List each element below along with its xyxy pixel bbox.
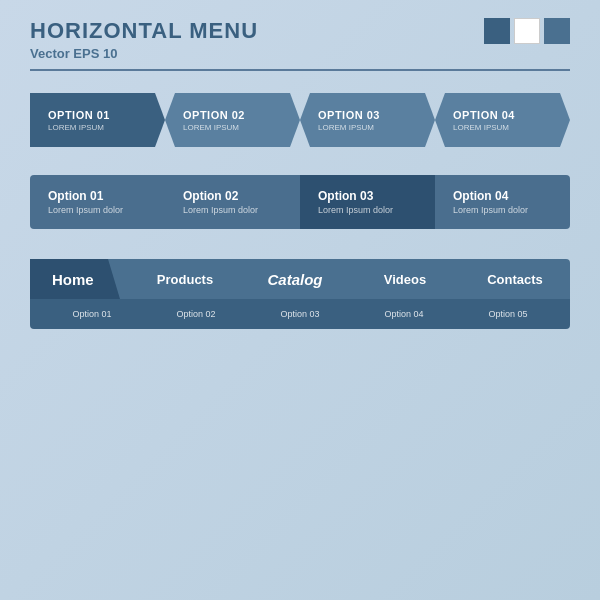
- swatch-dark: [484, 18, 510, 44]
- nav-home-label: Home: [52, 271, 94, 288]
- menu-bar-1: OPTION 01 LOREM IPSUM OPTION 02 LOREM IP…: [30, 93, 570, 147]
- menu2-item-1-sub: Lorem Ipsum dolor: [48, 205, 147, 215]
- nav-sub-5[interactable]: Option 05: [456, 309, 560, 319]
- nav-items: Products Catalog Videos Contacts: [120, 259, 570, 299]
- menu-section-3: Home Products Catalog Videos Contacts Op…: [30, 259, 570, 329]
- nav-item-products[interactable]: Products: [130, 272, 240, 287]
- menu2-item-4-label: Option 04: [453, 189, 552, 203]
- menu1-item-1-sub: LOREM IPSUM: [48, 123, 147, 132]
- menu1-item-2[interactable]: OPTION 02 LOREM IPSUM: [165, 93, 300, 147]
- header: HORIZONTAL MENU Vector EPS 10: [0, 0, 600, 69]
- swatch-white: [514, 18, 540, 44]
- nav-home-tab[interactable]: Home: [30, 259, 120, 299]
- nav-bottom: Option 01 Option 02 Option 03 Option 04 …: [30, 299, 570, 329]
- menu2-item-3[interactable]: Option 03 Lorem Ipsum dolor: [300, 175, 435, 229]
- header-title: HORIZONTAL MENU Vector EPS 10: [30, 18, 258, 61]
- menu1-item-4[interactable]: OPTION 04 LOREM IPSUM: [435, 93, 570, 147]
- menu2-item-3-sub: Lorem Ipsum dolor: [318, 205, 417, 215]
- nav-item-videos[interactable]: Videos: [350, 272, 460, 287]
- menu2-item-4[interactable]: Option 04 Lorem Ipsum dolor: [435, 175, 570, 229]
- menu2-item-1[interactable]: Option 01 Lorem Ipsum dolor: [30, 175, 165, 229]
- swatch-medium: [544, 18, 570, 44]
- header-divider: [30, 69, 570, 71]
- menu-bar-2: Option 01 Lorem Ipsum dolor Option 02 Lo…: [30, 175, 570, 229]
- menu2-item-3-label: Option 03: [318, 189, 417, 203]
- nav-sub-2[interactable]: Option 02: [144, 309, 248, 319]
- menu2-item-1-label: Option 01: [48, 189, 147, 203]
- menu1-item-2-label: OPTION 02: [183, 109, 282, 121]
- nav-top: Home Products Catalog Videos Contacts: [30, 259, 570, 299]
- menu1-item-3[interactable]: OPTION 03 LOREM IPSUM: [300, 93, 435, 147]
- menu2-item-4-sub: Lorem Ipsum dolor: [453, 205, 552, 215]
- menu2-item-2-label: Option 02: [183, 189, 282, 203]
- nav-sub-3[interactable]: Option 03: [248, 309, 352, 319]
- menu1-item-3-label: OPTION 03: [318, 109, 417, 121]
- menu1-item-1-label: OPTION 01: [48, 109, 147, 121]
- menu1-item-4-label: OPTION 04: [453, 109, 552, 121]
- menu1-item-4-sub: LOREM IPSUM: [453, 123, 552, 132]
- nav-sub-4[interactable]: Option 04: [352, 309, 456, 319]
- nav-sub-1[interactable]: Option 01: [40, 309, 144, 319]
- menu2-item-2-sub: Lorem Ipsum dolor: [183, 205, 282, 215]
- menu2-item-2[interactable]: Option 02 Lorem Ipsum dolor: [165, 175, 300, 229]
- nav-item-contacts[interactable]: Contacts: [460, 272, 570, 287]
- menu1-item-2-sub: LOREM IPSUM: [183, 123, 282, 132]
- menu1-item-1[interactable]: OPTION 01 LOREM IPSUM: [30, 93, 165, 147]
- menu-section-1: OPTION 01 LOREM IPSUM OPTION 02 LOREM IP…: [30, 93, 570, 147]
- color-swatches: [484, 18, 570, 44]
- menu-section-2: Option 01 Lorem Ipsum dolor Option 02 Lo…: [30, 175, 570, 229]
- menu1-item-3-sub: LOREM IPSUM: [318, 123, 417, 132]
- subtitle: Vector EPS 10: [30, 46, 258, 61]
- nav-item-catalog[interactable]: Catalog: [240, 271, 350, 288]
- main-title: HORIZONTAL MENU: [30, 18, 258, 44]
